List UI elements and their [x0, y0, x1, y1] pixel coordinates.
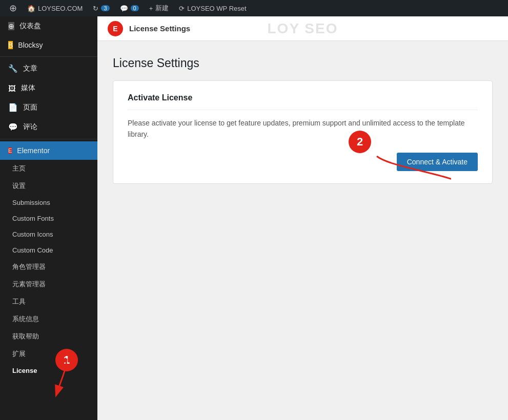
sidebar-sub-settings[interactable]: 设置	[0, 177, 97, 195]
sidebar-item-dashboard[interactable]: ⊕ 仪表盘	[0, 16, 97, 36]
content-area: E License Settings LOY SEO License Setti…	[97, 16, 508, 420]
elementor-header-icon: E	[108, 21, 123, 36]
sidebar-sub-home[interactable]: 主页	[0, 160, 97, 177]
comments-icon: 💬	[120, 5, 128, 12]
sidebar-sub-system-info[interactable]: 系统信息	[0, 310, 97, 328]
page-header-title: License Settings	[129, 24, 190, 33]
sidebar-pages-label: 页面	[23, 103, 37, 112]
license-card-actions: Connect & Activate	[128, 153, 478, 171]
connect-activate-button[interactable]: Connect & Activate	[397, 153, 478, 171]
license-card-description: Please activate your license to get feat…	[128, 117, 478, 140]
license-card-title: Activate License	[128, 93, 478, 110]
main-content: License Settings Activate License Please…	[97, 41, 508, 420]
updates-badge: 3	[101, 5, 109, 11]
page-title: License Settings	[113, 56, 493, 70]
site-name-button[interactable]: 🏠 LOYSEO.COM	[22, 0, 88, 16]
sidebar-sub-element-manager[interactable]: 元素管理器	[0, 276, 97, 293]
updates-icon: ↻	[93, 5, 98, 12]
sidebar-divider-1	[0, 56, 97, 57]
sidebar-sub-role-manager[interactable]: 角色管理器	[0, 258, 97, 276]
sidebar-sub-custom-code[interactable]: Custom Code	[0, 242, 97, 258]
comments-button[interactable]: 💬 0	[115, 0, 144, 16]
wp-logo-icon: ⊕	[9, 3, 17, 14]
wp-logo-button[interactable]: ⊕	[4, 0, 22, 16]
comments-badge: 0	[131, 5, 139, 11]
sidebar-sub-tools[interactable]: 工具	[0, 293, 97, 310]
sidebar-sub-extensions[interactable]: 扩展	[0, 345, 97, 363]
sidebar-sub-submissions[interactable]: Submissions	[0, 195, 97, 211]
annotation-circle-2: 2	[349, 131, 371, 153]
posts-icon: 🔧	[8, 64, 18, 73]
new-label: 新建	[155, 4, 169, 13]
sidebar-dashboard-label: 仪表盘	[19, 22, 41, 31]
annotation-circle-1: 1	[55, 349, 78, 371]
site-name-label: LOYSEO.COM	[38, 5, 83, 12]
blocksy-icon: B	[8, 41, 13, 49]
sidebar-sub-custom-icons[interactable]: Custom Icons	[0, 226, 97, 242]
reset-icon: ⟳	[179, 5, 185, 12]
reset-label: LOYSEO WP Reset	[187, 5, 246, 12]
updates-button[interactable]: ↻ 3	[88, 0, 114, 16]
elementor-submenu: 主页 设置 Submissions Custom Fonts Custom Ic…	[0, 160, 97, 379]
license-card: Activate License Please activate your li…	[113, 80, 493, 184]
sidebar-item-media[interactable]: 🖼 媒体	[0, 78, 97, 98]
sidebar-sub-custom-fonts[interactable]: Custom Fonts	[0, 211, 97, 226]
sidebar-divider-2	[0, 139, 97, 139]
page-header-bar: E License Settings LOY SEO	[97, 16, 508, 41]
sidebar-comments-label: 评论	[23, 122, 37, 132]
sidebar-item-pages[interactable]: 📄 页面	[0, 98, 97, 117]
sidebar-elementor-label: Elementor	[17, 146, 50, 155]
site-icon: 🏠	[27, 5, 35, 12]
sidebar-item-elementor[interactable]: E Elementor	[0, 141, 97, 160]
elementor-icon: E	[8, 148, 12, 154]
sidebar-item-posts[interactable]: 🔧 文章	[0, 59, 97, 78]
sidebar-media-label: 媒体	[21, 83, 35, 93]
sidebar-sub-get-help[interactable]: 获取帮助	[0, 328, 97, 345]
comments-sidebar-icon: 💬	[8, 122, 18, 132]
loyseo-watermark: LOY SEO	[268, 20, 338, 37]
pages-icon: 📄	[8, 103, 18, 112]
admin-bar: ⊕ 🏠 LOYSEO.COM ↻ 3 💬 0 + 新建 ⟳ LOYSEO WP …	[0, 0, 508, 16]
new-content-button[interactable]: + 新建	[144, 0, 174, 16]
sidebar: ⊕ 仪表盘 B Blocksy 🔧 文章 🖼 媒体 📄 页面 💬 评论	[0, 16, 97, 420]
sidebar-item-comments[interactable]: 💬 评论	[0, 117, 97, 137]
sidebar-posts-label: 文章	[23, 64, 37, 73]
plus-icon: +	[149, 5, 153, 12]
sidebar-item-blocksy[interactable]: B Blocksy	[0, 36, 97, 54]
sidebar-blocksy-label: Blocksy	[18, 41, 43, 49]
wp-reset-button[interactable]: ⟳ LOYSEO WP Reset	[174, 0, 251, 16]
elementor-e-icon: E	[113, 25, 117, 33]
dashboard-icon: ⊕	[8, 22, 14, 30]
media-icon: 🖼	[8, 84, 16, 93]
sidebar-sub-license[interactable]: License	[0, 363, 97, 379]
